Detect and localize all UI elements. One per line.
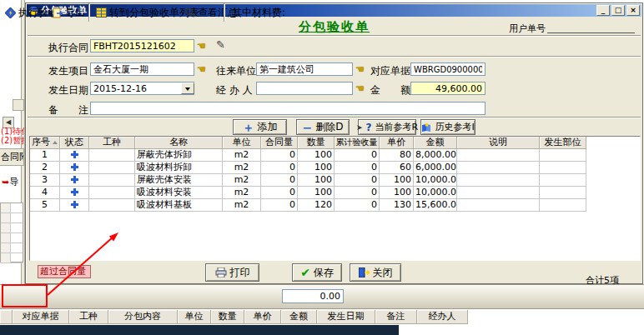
- col-header-price[interactable]: 单价: [380, 137, 414, 149]
- col-header-unit[interactable]: 单位: [178, 310, 211, 324]
- col-blank: [0, 310, 13, 324]
- maximize-button[interactable]: □: [611, 5, 625, 16]
- counterpart-label: 往来单位: [216, 64, 256, 78]
- plus-icon: ＋: [243, 122, 254, 132]
- hand-choose-icon[interactable]: ☚: [197, 40, 210, 52]
- ref-doc-input[interactable]: [410, 62, 486, 76]
- remark-input[interactable]: [90, 102, 486, 115]
- handler-label: 经 办 人: [216, 83, 253, 98]
- background-table-header: 对应单据 工种 分包内容 单位 数量 单价 金额 发生日期 备注 经办人: [0, 310, 468, 324]
- col-header-desc[interactable]: 说明: [457, 137, 540, 149]
- col-header-worktype[interactable]: 工种: [69, 310, 108, 324]
- col-header-no[interactable]: 序号: [30, 137, 60, 149]
- material-fee-input[interactable]: [282, 289, 344, 303]
- export-button[interactable]: 导出: [53, 4, 85, 21]
- separator: [28, 35, 641, 37]
- execute-acceptance-button[interactable]: 执行验收: [5, 4, 58, 21]
- material-fee-label: 其中材料费:: [232, 4, 285, 21]
- import-arrow-icon: ➥: [2, 177, 9, 188]
- col-header-acc-qty[interactable]: 累计验收量: [335, 137, 380, 149]
- hand-choose-icon[interactable]: ☚: [355, 63, 369, 75]
- col-header-remark[interactable]: 备注: [375, 310, 417, 324]
- table-row[interactable]: 3 屏蔽壳体安装 m2 0 100 0 100 10,000.00: [30, 174, 640, 187]
- col-header-amount[interactable]: 金额: [414, 137, 457, 149]
- row-plus-icon: [71, 201, 78, 208]
- toolbar-separator: [88, 3, 90, 22]
- table-row[interactable]: 1 屏蔽壳体拆卸 m2 0 100 0 80 8,000.00: [30, 149, 640, 162]
- col-header-amount[interactable]: 金额: [281, 310, 317, 324]
- counterpart-input[interactable]: [256, 62, 353, 76]
- background-note-1: (1)待付: [1, 127, 24, 136]
- separator: [28, 56, 641, 58]
- book-icon: [421, 123, 431, 132]
- col-header-name[interactable]: 名称: [135, 137, 223, 149]
- table-row[interactable]: 2 吸波材料拆卸 m2 0 100 0 60 6,000.00: [30, 162, 640, 174]
- contract-attachment-button[interactable]: 合同附: [0, 148, 24, 166]
- row-plus-icon: [71, 151, 78, 158]
- view-summary-button[interactable]: 查看汇总: [185, 4, 238, 21]
- col-header-part[interactable]: 发生部位: [540, 137, 586, 149]
- col-header-handler[interactable]: 经办人: [417, 310, 468, 324]
- blue-diamond-icon: [5, 8, 16, 18]
- col-header-unit[interactable]: 单位: [223, 137, 261, 149]
- exit-door-icon: [359, 268, 370, 278]
- screen: ◀ (1)待付 (2)暂押 合同附 ➥导 分包验收单 _ □ ×: [0, 0, 644, 335]
- minus-icon: −: [303, 123, 313, 132]
- hand-choose-icon[interactable]: ☚: [197, 63, 210, 75]
- warning-badge: 超过合同量: [38, 265, 91, 278]
- col-header-qty[interactable]: 数量: [211, 310, 244, 324]
- save-button[interactable]: ✔保存: [292, 263, 342, 282]
- col-header-price[interactable]: 单价: [244, 310, 281, 324]
- col-header-contract-qty[interactable]: 合同量: [261, 137, 298, 149]
- grid-list-icon: [96, 8, 107, 18]
- col-header-qty[interactable]: 数量: [298, 137, 335, 149]
- goto-acceptance-list-button[interactable]: 转到分包验收单列表: [96, 4, 199, 21]
- separator: [28, 117, 641, 118]
- amount-label: 金 额: [370, 83, 410, 98]
- row-plus-icon: [71, 176, 78, 183]
- minimize-button[interactable]: _: [596, 5, 610, 16]
- export-page-icon: [53, 8, 63, 18]
- sort-icon: [53, 138, 58, 144]
- history-ref-button[interactable]: 历史参考I: [420, 119, 475, 135]
- exec-contract-label: 执行合同: [48, 41, 88, 55]
- col-header-date[interactable]: 发生日期: [317, 310, 375, 324]
- cursor-icon: ➤: [356, 123, 363, 132]
- remark-label: 备 注: [48, 103, 88, 118]
- handler-input[interactable]: [256, 82, 353, 95]
- green-check-icon: ✔: [300, 266, 310, 279]
- col-header-worktype[interactable]: 工种: [89, 137, 135, 149]
- table-row[interactable]: 4 吸波材料安装 m2 0 100 0 100 10,000.00: [30, 187, 640, 199]
- exec-contract-input[interactable]: [90, 39, 194, 52]
- ref-doc-label: 对应单据: [370, 64, 410, 78]
- table-row[interactable]: 5 吸波材料基板 m2 0 120 0 130 15,600.00: [30, 199, 640, 212]
- row-plus-icon: [71, 163, 78, 171]
- project-input[interactable]: [90, 62, 194, 76]
- toolbar-separator: [224, 3, 225, 22]
- user-no-label: 用户单号: [509, 22, 546, 35]
- delete-button[interactable]: −删除D: [296, 119, 350, 135]
- date-dropdown-button[interactable]: [181, 82, 194, 94]
- col-header-status[interactable]: 状态: [60, 137, 89, 149]
- question-icon: ?: [365, 122, 371, 133]
- hand-choose-icon[interactable]: ☚: [355, 82, 369, 94]
- background-note-2: (2)暂押: [1, 136, 24, 145]
- col-header-ref-doc[interactable]: 对应单据: [13, 310, 69, 324]
- background-mini-box: [13, 99, 24, 111]
- add-button[interactable]: ＋添加: [233, 119, 287, 135]
- magnifier-icon: [185, 8, 195, 18]
- close-button[interactable]: ×: [626, 5, 640, 16]
- close-form-button[interactable]: 关闭: [350, 263, 401, 282]
- background-left-panel: ◀ (1)待付 (2)暂押 合同附 ➥导: [0, 0, 25, 284]
- row-plus-icon: [71, 188, 78, 196]
- printer-icon: [215, 268, 227, 278]
- col-header-content[interactable]: 分包内容: [108, 310, 178, 324]
- user-no-underline: [547, 32, 635, 33]
- pencil-edit-icon[interactable]: ✎: [216, 39, 229, 51]
- amount-input[interactable]: [410, 82, 486, 95]
- current-ref-button[interactable]: ➤?当前参考R: [358, 119, 416, 135]
- date-input[interactable]: [90, 82, 194, 95]
- background-grid: [0, 202, 23, 262]
- print-button[interactable]: 打印: [205, 263, 259, 282]
- import-label[interactable]: ➥导: [2, 176, 25, 188]
